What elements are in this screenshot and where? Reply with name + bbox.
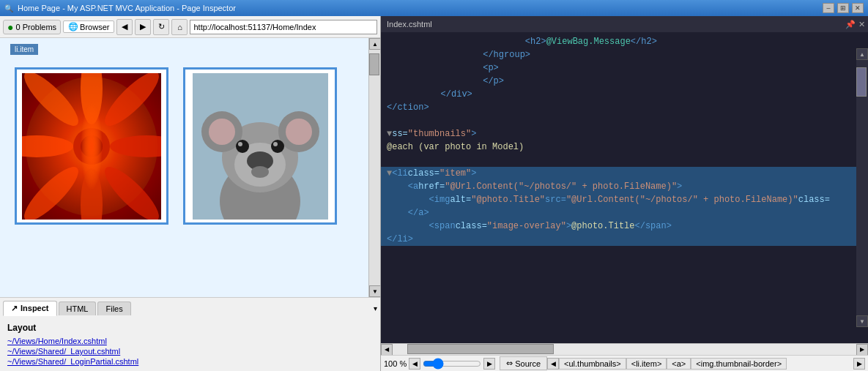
svg-point-4 [110, 135, 161, 157]
svg-point-16 [209, 119, 235, 145]
breadcrumb-a[interactable]: <a> [667, 358, 691, 370]
minimize-button[interactable]: – [823, 3, 834, 13]
title-bar-left: 🔍 Home Page - My ASP.NET MVC Application… [4, 4, 236, 12]
layout-section: Layout ~/Views/Home/Index.cshtml ~/Views… [0, 318, 380, 371]
editor-filename: Index.cshtml [387, 20, 432, 29]
tag-p-open: <p> [483, 63, 499, 73]
source-icon: ⇔ [506, 359, 513, 368]
scroll-thumb[interactable] [369, 53, 379, 75]
tab-html[interactable]: HTML [59, 301, 97, 315]
tab-files[interactable]: Files [97, 301, 130, 315]
scroll-track[interactable] [369, 50, 380, 285]
browser-viewport: li.item [0, 38, 380, 297]
tab-inspect[interactable]: ↗ Inspect [3, 301, 57, 316]
source-button[interactable]: ⇔ Source [500, 356, 547, 370]
photo-item-koala[interactable] [183, 67, 337, 225]
tag-li-bracket: > [471, 168, 476, 179]
url-input[interactable] [190, 20, 377, 34]
window-title: Home Page - My ASP.NET MVC Application -… [18, 4, 236, 12]
breadcrumb-li-item[interactable]: <li.item> [626, 358, 667, 370]
code-line-1: <h2>@ViewBag.Message</h2> [381, 35, 856, 48]
breadcrumb-img[interactable]: <img.thumbnail-border> [691, 358, 787, 370]
layout-link-loginpartial[interactable]: ~/Views/Shared/_LoginPartial.cshtml [7, 356, 373, 367]
layout-link-layout[interactable]: ~/Views/Shared/_Layout.cshtml [7, 346, 373, 356]
collapse-icon-thumbnails[interactable]: ▼ [387, 129, 392, 139]
tabs-row: ↗ Inspect HTML Files ▾ [0, 298, 380, 318]
breadcrumb-right-button[interactable]: ▶ [853, 358, 865, 370]
editor-pin-button[interactable]: 📌 [845, 20, 856, 29]
layout-title: Layout [7, 323, 373, 333]
photo-title: @photo.Title [571, 221, 634, 231]
code-line-16: </li> [381, 233, 856, 246]
tag-li-close: </li> [387, 234, 413, 244]
zoom-slider[interactable] [423, 361, 481, 367]
svg-point-21 [271, 140, 284, 153]
browser-button[interactable]: 🌐 Browser [63, 20, 114, 33]
zoom-right-button[interactable]: ▶ [483, 358, 495, 370]
zoom-left-button[interactable]: ◀ [409, 358, 420, 370]
breadcrumb-left-button[interactable]: ◀ [547, 358, 559, 370]
v-scroll-up-button[interactable]: ▲ [856, 48, 868, 60]
close-button[interactable]: ✕ [852, 3, 864, 13]
attr-span-class: class= [456, 221, 487, 231]
editor-close-button[interactable]: ✕ [858, 20, 865, 29]
scroll-down-button[interactable]: ▼ [369, 285, 380, 297]
code-line-15: <span class="image-overlay">@photo.Title… [381, 220, 856, 233]
code-line-4: </p> [381, 75, 856, 88]
tag-span-open: <span [429, 221, 456, 231]
title-bar-controls: – ⊞ ✕ [823, 3, 864, 13]
horizontal-scrollbar[interactable]: ◀ ▶ [381, 343, 868, 355]
tag-h2-close: </h2> [631, 37, 657, 47]
zoom-area: 100 % ◀ ▶ [384, 358, 495, 370]
photo-item-flower[interactable] [15, 67, 168, 225]
code-line-8: ▼ ss="thumbnails"> [381, 127, 856, 140]
home-button[interactable]: ⌂ [171, 19, 188, 35]
breadcrumb-area: <ul.thumbnails> <li.item> <a> <img.thumb… [559, 358, 853, 370]
layout-link-index[interactable]: ~/Views/Home/Index.cshtml [7, 336, 373, 346]
code-line-13: <img alt="@photo.Title" src="@Url.Conten… [381, 193, 856, 206]
forward-button[interactable]: ▶ [135, 19, 151, 35]
collapse-icon-li[interactable]: ▼ [387, 168, 392, 179]
source-label: Source [515, 359, 541, 368]
problems-count: 0 Problems [15, 23, 56, 31]
refresh-button[interactable]: ↻ [153, 19, 169, 35]
html-tab-label: HTML [67, 304, 89, 313]
attr-href-val: "@Url.Content("~/photos/" + photo.FileNa… [445, 181, 677, 192]
code-line-12: <a href="@Url.Content("~/photos/" + phot… [381, 180, 856, 193]
indent-1 [387, 37, 513, 47]
h-scroll-track[interactable] [393, 344, 856, 356]
attr-alt: alt= [450, 195, 471, 205]
scroll-up-button[interactable]: ▲ [369, 38, 380, 50]
browser-label: Browser [80, 23, 109, 31]
code-line-5: </div> [381, 88, 856, 101]
tag-img-src: src= [545, 195, 566, 205]
right-vertical-scrollbar[interactable]: ▲ ▼ [856, 48, 868, 327]
bottom-tabs: ↗ Inspect HTML Files ▾ Layout ~/Views/Ho… [0, 297, 380, 371]
h-scroll-left-button[interactable]: ◀ [381, 344, 393, 356]
h-scroll-thumb[interactable] [407, 344, 554, 354]
problems-badge[interactable]: ● 0 Problems [3, 20, 61, 34]
indent-2 [387, 50, 471, 60]
code-line-3: <p> [381, 61, 856, 75]
right-panel: Index.cshtml 📌 ✕ <h2>@ViewBag.Message</h… [381, 16, 868, 371]
breadcrumb-ul-thumbnails[interactable]: <ul.thumbnails> [559, 358, 626, 370]
attr-class2: class= [798, 195, 830, 205]
vertical-scrollbar[interactable]: ▲ ▼ [368, 38, 380, 297]
tag-p-close: </p> [483, 76, 504, 86]
h-scroll-right-button[interactable]: ▶ [856, 344, 868, 356]
tag-hgroup-close: </hgroup> [483, 50, 530, 60]
problems-dot: ● [7, 21, 13, 33]
thumbnails-val: "thumbnails" [408, 129, 471, 139]
photo-grid [7, 45, 361, 225]
pin-button[interactable]: ⊞ [837, 3, 849, 13]
attr-href: href= [418, 181, 445, 192]
code-line-6: </ction> [381, 101, 856, 114]
back-button[interactable]: ◀ [116, 19, 133, 35]
code-area: <h2>@ViewBag.Message</h2> </hgroup> <p> [381, 32, 856, 343]
tag-ction-close: </ction> [387, 102, 429, 113]
tab-chevron-down[interactable]: ▾ [374, 304, 377, 312]
v-scroll-thumb[interactable] [856, 67, 867, 97]
v-scroll-track[interactable] [856, 60, 868, 315]
v-scroll-down-button[interactable]: ▼ [856, 315, 868, 327]
indent-4 [387, 76, 471, 86]
